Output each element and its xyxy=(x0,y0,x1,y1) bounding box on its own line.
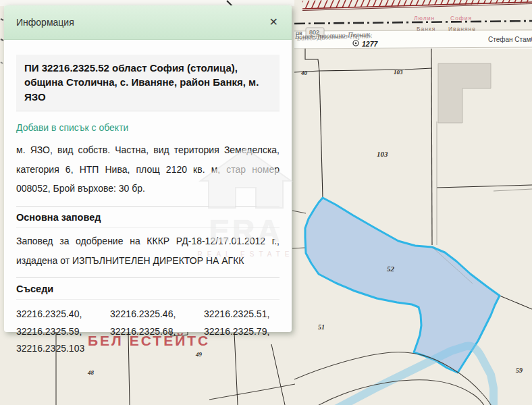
map-edge-mark xyxy=(1,19,3,20)
neighbor-id: 32216.2325.46, xyxy=(110,306,204,323)
panel-title: Информация xyxy=(16,17,74,28)
boundary-label-lyulin: Люлин xyxy=(414,15,435,22)
info-panel: Информация ✕ ПИ 32216.2325.52 област Соф… xyxy=(4,5,292,332)
close-icon[interactable]: ✕ xyxy=(267,16,281,29)
neighbor-id: 32216.2325.68, xyxy=(110,323,204,340)
parcel-label-40: 40 xyxy=(300,70,308,76)
parcel-label-59: 59 xyxy=(516,367,523,374)
property-title: ПИ 32216.2325.52 област София (столица),… xyxy=(16,55,280,111)
parcel-label-48: 48 xyxy=(87,369,95,376)
parcel-label-52: 52 xyxy=(387,265,395,273)
building-footprint xyxy=(438,63,491,123)
parcel-label-103-top: 103 xyxy=(394,69,403,76)
boundary-label-sofia: София xyxy=(450,15,472,22)
map-edge-mark xyxy=(1,39,3,40)
neighbor-id: 32216.2325.51, xyxy=(204,306,280,323)
app-viewport: Люлин София Банкя Иваняне Стефан Стамб о… xyxy=(0,0,532,405)
map-edge-mark xyxy=(1,62,3,63)
neighbor-id: 32216.2325.79, xyxy=(204,323,280,340)
property-details: м. ЯЗО, вид собств. Частна, вид територи… xyxy=(16,140,280,198)
neighbor-id: 32216.2325.59, xyxy=(16,323,110,340)
add-to-list-link[interactable]: Добави в списък с обекти xyxy=(16,122,128,133)
neighbor-id: 32216.2325.103 xyxy=(16,340,110,357)
order-text: Заповед за одобрение на КККР РД-18-12/17… xyxy=(16,232,280,270)
neighbor-id: 32216.2325.40, xyxy=(16,306,110,323)
parcel-label-51: 51 xyxy=(318,323,325,331)
svg-text:1277: 1277 xyxy=(362,40,379,48)
parcel-label-103: 103 xyxy=(377,150,388,158)
neighbors-list: 32216.2325.40, 32216.2325.46, 32216.2325… xyxy=(16,306,280,357)
municipal-boundary-line xyxy=(294,21,532,24)
street-name-stamboliyski: Стефан Стамб xyxy=(488,36,532,43)
panel-body: ПИ 32216.2325.52 област София (столица),… xyxy=(4,55,292,357)
order-heading: Основна заповед xyxy=(16,206,280,228)
railway-line xyxy=(302,0,532,11)
neighbors-heading: Съседи xyxy=(16,277,280,300)
info-panel-header: Информация ✕ xyxy=(4,5,292,40)
